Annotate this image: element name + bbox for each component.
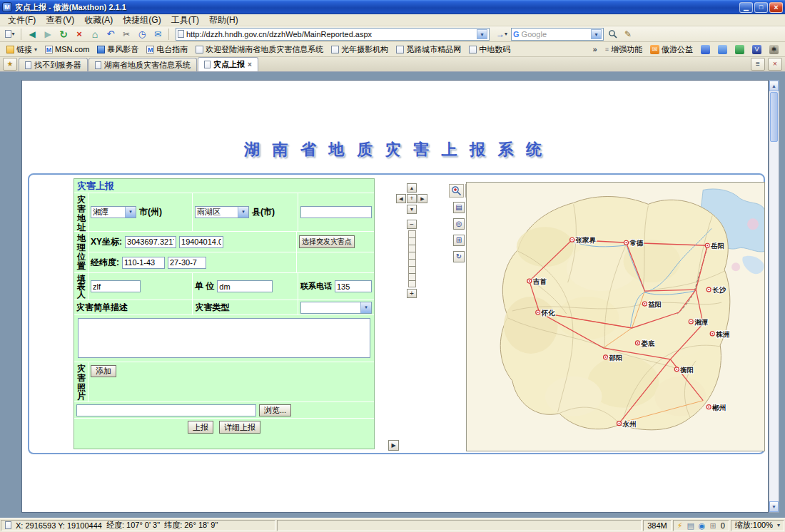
- page-scrollbar[interactable]: ▲ ▼: [769, 80, 779, 513]
- close-tab-icon[interactable]: ×: [248, 61, 252, 68]
- new-page-icon: [5, 30, 11, 38]
- close-all-tabs-button[interactable]: ×: [768, 58, 782, 71]
- menu-groups[interactable]: 快捷组(G): [118, 14, 166, 27]
- menu-favorites[interactable]: 收藏(A): [79, 14, 118, 27]
- county-select[interactable]: 雨湖区 ▾: [195, 206, 249, 218]
- globe-icon[interactable]: ◉: [699, 521, 706, 531]
- undo-button[interactable]: ↶: [103, 28, 118, 41]
- reporter-name-input[interactable]: [91, 280, 141, 292]
- pick-disaster-point-button[interactable]: 选择突发灾害点: [299, 235, 355, 248]
- security-button[interactable]: V: [749, 44, 765, 56]
- refresh-button[interactable]: ↻: [56, 28, 71, 41]
- tab-hunan-geo-info-system[interactable]: 湖南省地质灾害信息系统: [88, 58, 197, 71]
- unit-input[interactable]: [217, 280, 273, 292]
- search-box[interactable]: G Google ▾: [511, 28, 604, 41]
- filter-counter-icon[interactable]: ⊞: [709, 521, 716, 531]
- latitude-input[interactable]: [168, 257, 206, 269]
- bookmark-msn[interactable]: M MSN.com: [41, 44, 93, 55]
- x-coordinate-input[interactable]: [125, 236, 176, 248]
- bookmark-baofeng[interactable]: 暴风影音: [93, 43, 142, 56]
- chevron-down-icon[interactable]: ▾: [238, 207, 248, 218]
- forward-button[interactable]: ▶: [41, 28, 55, 41]
- panel-toggle-button[interactable]: [714, 44, 731, 56]
- scroll-up-arrow[interactable]: ▲: [769, 81, 779, 91]
- home-button[interactable]: ⌂: [88, 28, 102, 41]
- bookmark-city-boutique[interactable]: 觅路城市精品网: [392, 43, 465, 56]
- detail-submit-button[interactable]: 详细上报: [219, 421, 260, 434]
- history-clock-button[interactable]: ◷: [135, 28, 149, 41]
- extensions-button[interactable]: ≡ 增强功能: [602, 43, 646, 56]
- add-photo-button[interactable]: 添加: [91, 365, 116, 377]
- menu-view[interactable]: 查看(V): [41, 14, 79, 27]
- pan-right-button[interactable]: ▶: [417, 194, 427, 203]
- back-button[interactable]: ◀: [25, 28, 39, 41]
- address-url[interactable]: http://dzzh.hndh.gov.cn/dzzhWeb/MainRepo…: [186, 30, 475, 39]
- zoom-out-slider-button[interactable]: −: [407, 220, 417, 229]
- highlight-pencil-button[interactable]: ✎: [621, 28, 635, 41]
- submit-button[interactable]: 上报: [188, 421, 213, 434]
- address-bar[interactable]: http://dzzh.hndh.gov.cn/dzzhWeb/MainRepo…: [176, 28, 490, 41]
- menu-help[interactable]: 帮助(H): [204, 14, 243, 27]
- close-button[interactable]: ×: [769, 2, 783, 13]
- mail-button[interactable]: ✉: [151, 28, 165, 41]
- chevron-down-icon[interactable]: ▾: [125, 207, 136, 218]
- y-coordinate-input[interactable]: [179, 236, 223, 248]
- address-detail-input[interactable]: [300, 206, 372, 218]
- tab-disaster-report[interactable]: 灾点上报 ×: [198, 57, 258, 71]
- minimize-button[interactable]: ▁: [739, 2, 753, 13]
- search-go-button[interactable]: [605, 28, 619, 41]
- menu-file[interactable]: 文件(F): [3, 14, 41, 27]
- search-input[interactable]: Google: [522, 30, 589, 39]
- maximize-button[interactable]: □: [754, 2, 768, 13]
- zoom-section[interactable]: 缩放:100% ▾: [731, 520, 784, 531]
- bookmark-links-folder[interactable]: 链接 ▾: [3, 43, 41, 56]
- go-button[interactable]: → ▾: [494, 28, 510, 41]
- favorites-star-button[interactable]: ★: [3, 58, 17, 71]
- collapse-panel-button[interactable]: ▶: [388, 440, 399, 451]
- pan-up-button[interactable]: ▲: [407, 183, 417, 193]
- feed-button[interactable]: [731, 44, 748, 56]
- zoom-in-tool-button[interactable]: [449, 184, 464, 198]
- menu-tools[interactable]: 工具(T): [166, 14, 204, 27]
- bookmark-zhongdi[interactable]: 中地数码: [465, 43, 514, 56]
- search-engine-dropdown[interactable]: ▾: [591, 29, 602, 39]
- chevron-down-icon[interactable]: ▾: [360, 302, 371, 313]
- desc-type-row: 灾害简单描述 灾害类型 ▾: [74, 300, 374, 315]
- snap-tool-button[interactable]: ✂: [119, 28, 133, 41]
- reset-view-button[interactable]: ↻: [453, 251, 465, 262]
- bookmarks-overflow-button[interactable]: »: [589, 44, 601, 55]
- longitude-input[interactable]: [122, 257, 165, 269]
- stop-button[interactable]: ×: [72, 28, 86, 41]
- grid-button[interactable]: ⊞: [453, 235, 465, 246]
- description-textarea[interactable]: [78, 318, 370, 358]
- bookmark-photo-studio[interactable]: 光年摄影机构: [328, 43, 392, 56]
- overview-eye-button[interactable]: ◎: [453, 218, 465, 230]
- tab-server-not-found[interactable]: 找不到服务器: [19, 58, 88, 71]
- pan-center-button[interactable]: +: [407, 194, 417, 203]
- disaster-type-select[interactable]: ▾: [300, 302, 372, 314]
- layers-button[interactable]: ▤: [453, 202, 465, 213]
- bookmark-radio-guide[interactable]: M 电台指南: [143, 43, 191, 56]
- zoom-slider[interactable]: [408, 230, 416, 287]
- zoom-in-slider-button[interactable]: +: [407, 289, 417, 298]
- boost-lightning-icon[interactable]: ⚡: [677, 521, 683, 531]
- skin-button[interactable]: [697, 44, 714, 56]
- settings-button[interactable]: ✱: [766, 44, 782, 56]
- city-select[interactable]: 湘潭 ▾: [91, 206, 136, 218]
- scrollbar-thumb[interactable]: [770, 92, 778, 142]
- zoom-level[interactable]: 缩放:100%: [735, 520, 773, 531]
- zoom-dropdown-icon[interactable]: ▾: [777, 522, 780, 528]
- tab-list-button[interactable]: ≡: [751, 58, 765, 71]
- browse-button[interactable]: 浏览...: [259, 404, 291, 416]
- bookmark-hunan-geo-system[interactable]: 欢迎登陆湖南省地质灾害信息系统: [192, 43, 327, 56]
- address-dropdown-button[interactable]: ▾: [477, 29, 487, 39]
- photo-file-input[interactable]: [76, 404, 256, 416]
- pan-left-button[interactable]: ◀: [396, 194, 406, 203]
- pan-down-button[interactable]: ▼: [407, 205, 417, 214]
- new-tab-button[interactable]: ▾: [3, 28, 17, 41]
- proxy-icon[interactable]: ▤: [687, 521, 694, 531]
- scroll-down-arrow[interactable]: ▼: [769, 501, 779, 512]
- maxthon-charity-button[interactable]: ✉ 傲游公益: [647, 43, 697, 56]
- hunan-map[interactable]: 张家界 常德 岳阳 吉首 益阳 长沙 怀化 湘潭 株洲 娄底 邵阳 衡阳 郴州 …: [467, 183, 765, 451]
- phone-input[interactable]: [335, 280, 372, 292]
